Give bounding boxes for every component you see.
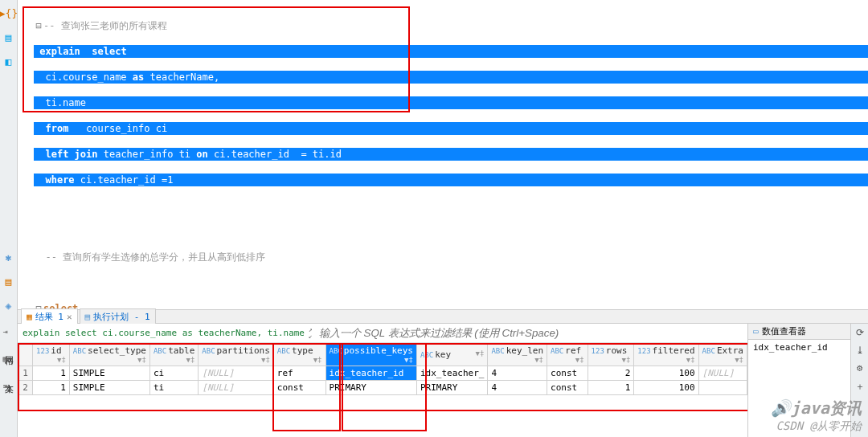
cell-key[interactable]: idx_teacher_ — [416, 366, 487, 381]
cell-filtered[interactable]: 100 — [634, 366, 698, 381]
grid-view-label[interactable]: 网格 — [2, 343, 14, 349]
cell-filtered[interactable]: 100 — [634, 381, 698, 395]
cell-type[interactable]: ref — [273, 366, 326, 381]
expand-collapse-icon[interactable]: ↗↙ — [307, 327, 314, 340]
filter-input[interactable] — [314, 327, 747, 339]
cell-possible-keys[interactable]: PRIMARY — [326, 381, 416, 395]
sql-editor[interactable]: ⊟-- 查询张三老师的所有课程 explain select ci.course… — [18, 0, 868, 309]
tab-execution-plan[interactable]: ▤执行计划 - 1 — [80, 308, 156, 325]
pin-icon[interactable]: ⇥ — [3, 327, 14, 338]
col-type[interactable]: ABCtype▼‡ — [273, 344, 326, 366]
col-partitions[interactable]: ABCpartitions▼‡ — [199, 344, 274, 366]
results-pane: ⇥ 网格 ▦ 文本 ≡ explain select ci.course_nam… — [0, 324, 868, 437]
panel-icon: ▭ — [753, 326, 759, 337]
pane-splitter[interactable]: ▦结果 1 ✕ ▤执行计划 - 1 — [18, 309, 868, 324]
panel-icon[interactable]: ▤ — [2, 31, 15, 43]
cell-type[interactable]: const — [273, 381, 326, 395]
cell-table[interactable]: ti — [149, 381, 198, 395]
layout-icon[interactable]: ◧ — [2, 55, 15, 67]
row-number: 1 — [18, 366, 33, 381]
refresh-icon[interactable]: ⟳ — [856, 327, 864, 338]
cell-key-len[interactable]: 4 — [488, 381, 547, 395]
col-rownum[interactable] — [18, 344, 33, 366]
cell-partitions[interactable]: [NULL] — [199, 366, 274, 381]
grid-icon[interactable]: ▦ — [3, 354, 14, 366]
list-icon[interactable]: ▤ — [2, 275, 15, 288]
col-key[interactable]: ABCkey▼‡ — [416, 344, 487, 366]
cell-rows[interactable]: 1 — [588, 381, 634, 395]
table-row[interactable]: 1 1 SIMPLE ci [NULL] ref idx_teacher_id … — [18, 366, 747, 381]
filter-row: explain select ci.course_name as teacher… — [18, 324, 747, 343]
right-toolbar: ⟳ ⤓ ⚙ ＋ — [850, 324, 868, 437]
text-icon[interactable]: ≡ — [3, 382, 14, 393]
cell-id[interactable]: 1 — [33, 366, 70, 381]
col-key-len[interactable]: ABCkey_len▼‡ — [488, 344, 547, 366]
plus-icon[interactable]: ＋ — [855, 380, 865, 394]
col-filtered[interactable]: 123filtered▼‡ — [634, 344, 698, 366]
run-script-icon[interactable]: ▶{} — [2, 6, 15, 19]
cell-possible-keys[interactable]: idx_teacher_id — [326, 366, 416, 381]
cell-select-type[interactable]: SIMPLE — [69, 381, 149, 395]
cell-extra[interactable] — [698, 381, 747, 395]
fold-toggle[interactable]: ⊟ — [34, 19, 43, 32]
cell-id[interactable]: 1 — [33, 381, 70, 395]
cell-key-len[interactable]: 4 — [488, 366, 547, 381]
cell-select-type[interactable]: SIMPLE — [69, 366, 149, 381]
col-possible-keys[interactable]: ABCpossible_keys▼‡ — [326, 344, 416, 366]
table-header-row: 123id▼‡ ABCselect_type▼‡ ABCtable▼‡ ABCp… — [18, 344, 747, 366]
cell-key[interactable]: PRIMARY — [416, 381, 487, 395]
star-icon[interactable]: ✱ — [2, 251, 15, 263]
col-rows[interactable]: 123rows▼‡ — [588, 344, 634, 366]
text-view-label[interactable]: 文本 — [2, 370, 14, 377]
results-main: explain select ci.course_name as teacher… — [18, 324, 747, 437]
settings-icon[interactable]: ⚙ — [857, 362, 862, 374]
cell-ref[interactable]: const — [547, 381, 588, 395]
diamond-icon[interactable]: ◈ — [2, 299, 15, 312]
export-icon[interactable]: ⤓ — [856, 345, 864, 356]
tab-results[interactable]: ▦结果 1 ✕ — [21, 308, 78, 325]
results-table[interactable]: 123id▼‡ ABCselect_type▼‡ ABCtable▼‡ ABCp… — [18, 343, 747, 395]
cell-rows[interactable]: 2 — [588, 366, 634, 381]
col-ref[interactable]: ABCref▼‡ — [547, 344, 588, 366]
cell-partitions[interactable]: [NULL] — [199, 381, 274, 395]
grid-wrap[interactable]: 123id▼‡ ABCselect_type▼‡ ABCtable▼‡ ABCp… — [18, 343, 747, 437]
col-select-type[interactable]: ABCselect_type▼‡ — [69, 344, 149, 366]
col-id[interactable]: 123id▼‡ — [33, 344, 70, 366]
cell-extra[interactable]: [NULL] — [698, 366, 747, 381]
query-echo-text: explain select ci.course_name as teacher… — [18, 328, 307, 338]
cell-ref[interactable]: const — [547, 366, 588, 381]
code-block: ⊟-- 查询张三老师的所有课程 explain select ci.course… — [18, 0, 868, 309]
close-icon[interactable]: ✕ — [67, 312, 72, 322]
cell-table[interactable]: ci — [149, 366, 198, 381]
col-table[interactable]: ABCtable▼‡ — [149, 344, 198, 366]
col-extra[interactable]: ABCExtra▼‡ — [698, 344, 747, 366]
row-number: 2 — [18, 381, 33, 395]
results-left-bar: ⇥ 网格 ▦ 文本 ≡ — [0, 324, 18, 437]
table-row[interactable]: 2 1 SIMPLE ti [NULL] const PRIMARY PRIMA… — [18, 381, 747, 395]
